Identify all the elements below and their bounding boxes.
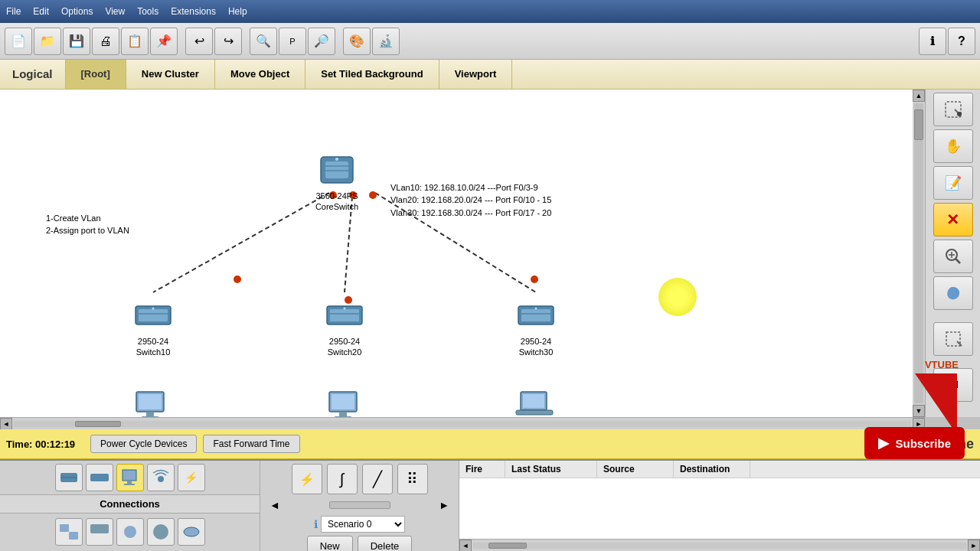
svg-line-40 [956,259,960,263]
device-list-item3[interactable] [116,518,144,546]
device-type-switch[interactable] [86,464,113,491]
vertical-scrollbar[interactable]: ▲ ▼ [913,90,925,417]
svg-rect-53 [69,532,78,540]
svg-point-17 [152,307,155,309]
menu-file[interactable]: File [6,6,21,17]
zoom-reset-button[interactable]: P [279,28,306,55]
mid-scroll-left[interactable]: ◄ [266,497,283,513]
paste-button[interactable]: 📌 [150,28,178,55]
menu-tools[interactable]: Tools [137,6,158,17]
power-cycle-btn[interactable]: Power Cycle Devices [90,435,197,453]
svg-point-13 [335,158,338,161]
zoom-out-button[interactable]: 🔎 [308,28,335,55]
root-item[interactable]: [Root] [66,60,126,89]
svg-point-38 [957,112,962,116]
device-list-item5[interactable] [178,518,205,546]
palette-button[interactable]: 🎨 [343,28,371,55]
scroll-left-btn[interactable]: ◄ [0,418,12,430]
undo-button[interactable]: ↩ [185,28,213,55]
copy-button[interactable]: 📋 [121,28,149,55]
set-tiled-bg-item[interactable]: Set Tiled Background [305,60,439,89]
hand-tool-btn[interactable]: ✋ [933,129,973,163]
scroll-up-btn[interactable]: ▲ [913,90,925,102]
device-list-item2[interactable] [86,518,113,546]
move-object-item[interactable]: Move Object [215,60,305,89]
device-list-item1[interactable] [55,518,83,546]
device-switch20[interactable]: 2950-24Switch20 [322,296,368,358]
fast-forward-btn[interactable]: Fast Forward Time [203,435,299,453]
menu-view[interactable]: View [105,6,125,17]
device-type-pc[interactable] [116,464,144,491]
new-file-button[interactable]: 📄 [5,28,32,55]
device-coreswitch[interactable]: 3560-24PSCoreSwitch [314,151,360,213]
svg-rect-35 [523,394,544,408]
device-type-lightning[interactable]: ⚡ [178,464,205,491]
scroll-thumb[interactable] [75,421,121,427]
new-cluster-item[interactable]: New Cluster [126,60,215,89]
pdu-btn-row: ⚡ ∫ ╱ ⠿ [292,464,428,494]
pdu-scroll-left[interactable]: ◄ [459,540,472,552]
svg-rect-47 [122,470,136,481]
bottom-mid-panel: ⚡ ∫ ╱ ⠿ ◄ ► ℹ Scenario 0 New Delete Togg… [260,461,459,551]
blob-tool-btn[interactable] [933,276,973,310]
svg-rect-31 [332,394,354,409]
delete-tool-btn[interactable]: ✕ [933,203,973,236]
device-laptop30[interactable]: Laptop-PTPC30 [511,386,557,417]
svg-point-8 [369,191,377,199]
help-icon-button[interactable]: ? [948,28,975,55]
menu-help[interactable]: Help [228,6,247,17]
zoom-in-button[interactable]: 🔍 [250,28,277,55]
svg-rect-43 [946,332,960,346]
info-button[interactable]: ℹ [919,28,946,55]
svg-rect-46 [90,474,109,481]
scroll-down-btn[interactable]: ▼ [913,405,925,417]
pdu-scroll-track [473,543,966,549]
note-tool-btn[interactable]: 📝 [933,166,973,200]
save-button[interactable]: 💾 [63,28,90,55]
redo-button[interactable]: ↪ [214,28,242,55]
device-pc10[interactable]: PC-PTPC10 [129,386,175,417]
new-delete-row: New Delete [307,536,413,551]
pdu-col-fire: Fire [459,461,505,478]
pc20-icon [322,386,368,417]
svg-point-21 [344,307,346,309]
menu-edit[interactable]: Edit [33,6,49,17]
pdu-add-btn[interactable]: ⚡ [292,464,322,494]
pdu-dot-btn[interactable]: ⠿ [397,464,428,494]
viewport-item[interactable]: Viewport [439,60,513,89]
logical-label[interactable]: Logical [0,60,66,89]
svg-point-5 [531,276,538,283]
device-type-wireless[interactable] [147,464,175,491]
svg-rect-10 [325,161,348,178]
realtime-label: Realtime [916,436,974,452]
menu-extensions[interactable]: Extensions [171,6,216,17]
select-tool-btn[interactable] [933,93,973,126]
new-scenario-btn[interactable]: New [307,536,353,551]
pdu-scrollbar[interactable]: ◄ ► [459,539,980,551]
open-button[interactable]: 📁 [34,28,61,55]
envelope-tool-btn[interactable]: ✉ [933,368,973,402]
print-button[interactable]: 🖨 [92,28,119,55]
pdu-line-btn[interactable]: ╱ [362,464,393,494]
device-switch30[interactable]: 2950-24Switch30 [513,296,559,358]
horizontal-scrollbar[interactable]: ◄ ► [0,417,925,429]
svg-point-57 [184,527,199,536]
pdu-scroll-right[interactable]: ► [968,540,980,552]
svg-rect-19 [330,309,359,321]
mid-scroll-right[interactable]: ► [436,497,452,513]
menu-options[interactable]: Options [61,6,93,17]
delete-scenario-btn[interactable]: Delete [358,536,413,551]
device-list-item4[interactable] [147,518,175,546]
zoom-tool-btn[interactable] [933,240,973,273]
inspect-button[interactable]: 🔬 [372,28,400,55]
time-display: Time: 00:12:19 [6,439,75,450]
device-pc20[interactable]: PC-PTPC20 [322,386,368,417]
pdu-curved-btn[interactable]: ∫ [327,464,358,494]
scenario-select[interactable]: Scenario 0 [321,516,405,533]
laptop30-icon [511,386,557,417]
device-type-router[interactable] [55,464,83,491]
pdu-list-panel: Fire Last Status Source Destination ◄ ► [459,461,980,551]
marquee-tool-btn[interactable] [933,322,973,356]
scroll-right-btn[interactable]: ► [913,418,925,430]
device-switch10[interactable]: 2950-24Switch10 [130,296,176,358]
